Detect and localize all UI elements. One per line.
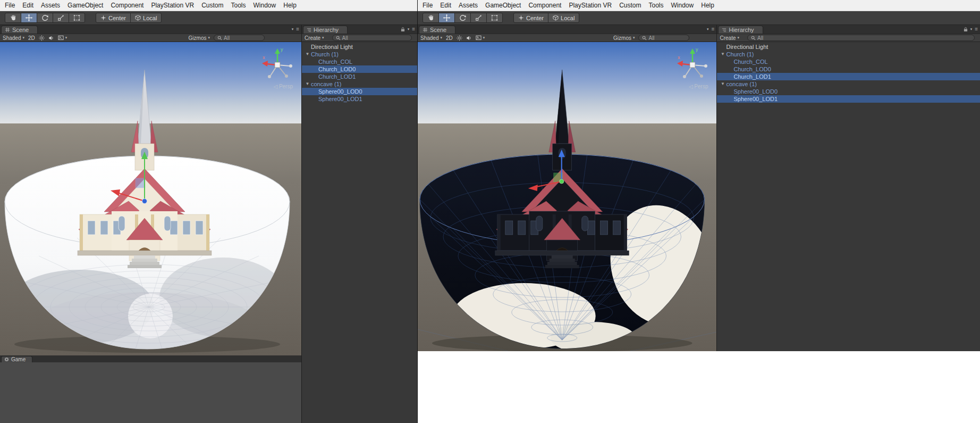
panel-menu-icon[interactable]: ≡ [296,27,299,32]
menu-gameobject[interactable]: GameObject [64,0,107,11]
scene-toolbar: Shaded▾ 2D ▾ Gizmos▾ All [0,34,301,42]
lock-icon[interactable] [401,27,405,32]
pivot-local-button[interactable]: Local [548,13,579,23]
menu-custom[interactable]: Custom [615,0,645,11]
pivot-local-button[interactable]: Local [130,13,162,23]
menu-playstation-vr[interactable]: PlayStation VR [565,0,615,11]
menu-file[interactable]: File [419,0,436,11]
rect-tool-button[interactable] [486,13,503,23]
hierarchy-row-church-1-[interactable]: ▼Church (1) [717,51,980,58]
panel-dropdown-icon[interactable]: ▾ [707,27,709,31]
scale-tool-button[interactable] [470,13,487,23]
scene-effects-dropdown[interactable]: ▾ [476,35,485,40]
menu-help[interactable]: Help [280,0,300,11]
scene-lighting-icon[interactable] [39,35,45,41]
hierarchy-row-church-col[interactable]: Church_COL [717,58,980,65]
hierarchy-tree: Directional Light▼Church (1)Church_COLCh… [717,42,980,351]
lock-icon[interactable] [964,27,968,32]
panel-menu-icon[interactable]: ≡ [412,27,415,32]
toggle-2d[interactable]: 2D [446,35,453,41]
hierarchy-search-field[interactable]: All [332,35,412,41]
scene-viewport[interactable]: y x ◁ Persp [0,42,301,355]
hierarchy-row-church-lod0[interactable]: Church_LOD0 [717,65,980,73]
scene-tabbar: Scene ▾ ≡ [0,25,301,34]
menu-window[interactable]: Window [668,0,698,11]
scale-tool-button[interactable] [53,13,69,23]
projection-mode-label[interactable]: ◁ Persp [273,84,293,89]
hierarchy-row-sphere00-lod1[interactable]: Sphere00_LOD1 [302,95,417,103]
rotate-tool-button[interactable] [454,13,471,23]
menu-edit[interactable]: Edit [436,0,455,11]
orientation-gizmo[interactable]: y x [259,46,296,84]
panel-dropdown-icon[interactable]: ▾ [408,27,410,31]
tab-scene[interactable]: Scene [419,26,455,34]
hierarchy-row-directional-light[interactable]: Directional Light [302,43,417,51]
menu-assets[interactable]: Assets [455,0,481,11]
scene-effects-dropdown[interactable]: ▾ [58,35,67,40]
rect-tool-button[interactable] [69,13,85,23]
foldout-arrow[interactable]: ▼ [719,51,726,58]
panel-dropdown-icon[interactable]: ▾ [970,27,973,31]
hierarchy-row-directional-light[interactable]: Directional Light [717,43,980,51]
tab-game[interactable]: Game [1,356,32,362]
hierarchy-row-sphere00-lod0[interactable]: Sphere00_LOD0 [717,88,980,95]
hierarchy-row-concave-1-[interactable]: ▼concave (1) [302,80,417,88]
hierarchy-row-church-lod1[interactable]: Church_LOD1 [302,73,417,80]
create-button[interactable]: Create▾ [305,35,324,41]
hierarchy-search-field[interactable]: All [747,35,975,41]
toggle-2d[interactable]: 2D [28,35,35,41]
unity-editor-window-left: FileEditAssetsGameObjectComponentPlaySta… [0,0,417,423]
panel-dropdown-icon[interactable]: ▾ [292,27,294,31]
scene-audio-icon[interactable] [48,35,54,41]
shading-mode-dropdown[interactable]: Shaded▾ [420,35,442,41]
scene-audio-icon[interactable] [466,35,472,41]
hierarchy-search-value: All [757,35,763,41]
menu-playstation-vr[interactable]: PlayStation VR [147,0,198,11]
menu-gameobject[interactable]: GameObject [481,0,525,11]
panel-menu-icon[interactable]: ≡ [712,27,715,32]
projection-mode-label[interactable]: ◁ Persp [689,84,708,89]
hierarchy-row-church-lod0[interactable]: Church_LOD0 [302,65,417,73]
scene-search-field[interactable]: All [638,35,689,41]
pan-tool-button[interactable] [5,13,21,23]
shading-mode-dropdown[interactable]: Shaded▾ [3,35,24,41]
hierarchy-row-church-1-[interactable]: ▼Church (1) [302,51,417,58]
menu-assets[interactable]: Assets [37,0,64,11]
foldout-arrow[interactable]: ▼ [719,80,726,88]
pan-tool-button[interactable] [423,13,439,23]
foldout-arrow[interactable]: ▼ [304,80,311,88]
tab-hierarchy[interactable]: Hierarchy [718,26,763,34]
pivot-center-label: Center [108,15,126,21]
gizmos-dropdown[interactable]: Gizmos▾ [189,35,210,41]
menu-tools[interactable]: Tools [645,0,668,11]
foldout-arrow[interactable]: ▼ [304,51,311,58]
tab-hierarchy[interactable]: Hierarchy [303,26,348,34]
move-tool-button[interactable] [438,13,455,23]
pivot-center-button[interactable]: Center [513,13,548,23]
rotate-tool-button[interactable] [37,13,53,23]
menu-component[interactable]: Component [525,0,565,11]
orientation-gizmo[interactable]: y x [674,46,711,84]
hierarchy-row-church-col[interactable]: Church_COL [302,58,417,65]
panel-menu-icon[interactable]: ≡ [975,27,978,32]
hierarchy-row-concave-1-[interactable]: ▼concave (1) [717,80,980,88]
menu-help[interactable]: Help [697,0,718,11]
scene-search-field[interactable]: All [214,35,265,41]
create-button[interactable]: Create▾ [720,35,739,41]
menu-edit[interactable]: Edit [19,0,37,11]
menu-tools[interactable]: Tools [227,0,250,11]
gizmos-dropdown[interactable]: Gizmos▾ [613,35,635,41]
hierarchy-tab-label: Hierarchy [314,27,339,33]
move-tool-button[interactable] [21,13,37,23]
menu-window[interactable]: Window [250,0,280,11]
scene-viewport[interactable]: y x ◁ Persp [418,42,716,351]
scene-lighting-icon[interactable] [457,35,462,41]
menu-file[interactable]: File [1,0,19,11]
hierarchy-row-sphere00-lod0[interactable]: Sphere00_LOD0 [302,88,417,95]
hierarchy-row-church-lod1[interactable]: Church_LOD1 [717,73,980,80]
tab-scene[interactable]: Scene [1,26,38,34]
menu-component[interactable]: Component [107,0,147,11]
menu-custom[interactable]: Custom [198,0,227,11]
pivot-center-button[interactable]: Center [96,13,131,23]
hierarchy-row-sphere00-lod1[interactable]: Sphere00_LOD1 [717,95,980,103]
